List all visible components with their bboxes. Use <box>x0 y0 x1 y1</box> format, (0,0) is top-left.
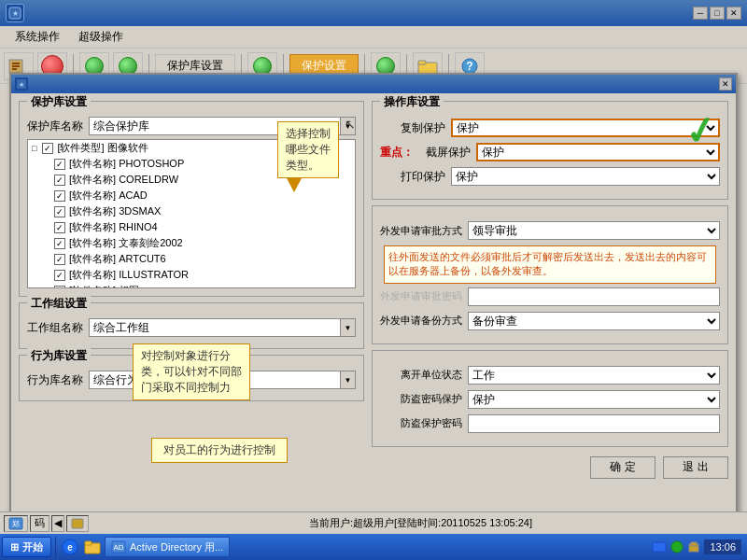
library-name-label: 保护库名称 <box>27 119 83 134</box>
taskbar: ⊞ 开始 e AD Active Directory 用... <box>0 534 747 560</box>
menu-system-ops[interactable]: 系统操作 <box>6 27 69 47</box>
svg-text:★: ★ <box>19 81 24 88</box>
wentai-label: [软件名称] 文泰刻绘2002 <box>69 236 183 250</box>
workgroup-dropdown-btn[interactable]: ▼ <box>341 318 356 337</box>
workgroup-name-wrapper: ▼ <box>89 318 356 337</box>
expand-icon[interactable]: □ <box>32 144 36 153</box>
menu-bar: 系统操作 超级操作 <box>0 26 747 49</box>
confirm-button[interactable]: 确 定 <box>590 456 655 479</box>
svg-rect-7 <box>418 61 426 64</box>
copy-protection-label: 复制保护 <box>380 120 445 136</box>
tree-item-root-label: [软件类型] 图像软件 <box>57 141 148 155</box>
status-bar: 郑 码 ◀ 当前用户:超级用户[登陆时间:20110525 13:05:24] <box>0 511 747 534</box>
wentai-checkbox[interactable]: ✓ <box>54 238 65 249</box>
active-directory-label: Active Directory 用... <box>130 540 223 554</box>
behavior-name-label: 行为库名称 <box>27 372 83 388</box>
theft-protection-select[interactable]: 保护 <box>468 390 720 409</box>
tree-item-rhino4: ✓ [软件名称] RHINO4 <box>28 219 355 235</box>
svg-rect-14 <box>72 519 83 528</box>
behavior-dropdown-btn[interactable]: ▼ <box>341 371 356 389</box>
inner-window: ★ ✕ 保护库设置 保护库名称 ▼ <box>9 73 738 547</box>
app-logo: ★ <box>6 4 24 22</box>
operation-settings-group: 操作库设置 ✓ 复制保护 保护 重点： 截屏保护 <box>372 101 728 200</box>
exit-button[interactable]: 退 出 <box>663 456 728 479</box>
svg-rect-3 <box>12 63 20 64</box>
svg-rect-24 <box>691 542 697 546</box>
approval-password-input[interactable] <box>468 287 720 306</box>
tray-icon-3 <box>687 540 700 553</box>
root-checkbox[interactable]: ✓ <box>42 143 53 154</box>
coreldrw-label: [软件名称] CORELDRW <box>69 173 178 187</box>
maximize-button[interactable]: □ <box>710 7 725 20</box>
svg-rect-21 <box>653 542 666 552</box>
annotation-select-type: 选择控制哪些文件类型。 <box>277 121 339 178</box>
svg-text:e: e <box>67 542 73 553</box>
operation-settings-title: 操作库设置 <box>380 94 444 110</box>
print-protection-row: 打印保护 保护 <box>380 167 720 186</box>
rhino4-checkbox[interactable]: ✓ <box>54 222 65 233</box>
other-settings-group: 离开单位状态 工作 防盗密码保护 保护 防盗保护密码 <box>372 350 728 447</box>
behavior-title: 行为库设置 <box>27 348 91 364</box>
outgoing-group: 外发申请审批方式 领导审批 往外面发送的文件必须审批后才可解密后发送出去，发送出… <box>372 205 728 344</box>
annotation-classify: 对控制对象进行分类，可以针对不同部门采取不同控制力 <box>133 343 250 400</box>
photo-label: [软件名称] 相图 <box>69 284 139 288</box>
status-icon-group: 郑 <box>4 515 28 532</box>
photoshop-checkbox[interactable]: ✓ <box>54 159 65 170</box>
artcut6-checkbox[interactable]: ✓ <box>54 254 65 265</box>
start-icon: ⊞ <box>10 541 19 553</box>
approval-password-row: 外发申请审批密码 <box>380 287 720 306</box>
print-protection-label: 打印保护 <box>380 169 445 185</box>
illustrator-checkbox[interactable]: ✓ <box>54 270 65 281</box>
svg-rect-18 <box>85 541 92 545</box>
status-icon-5 <box>71 518 84 529</box>
taskbar-folder-icon[interactable] <box>82 537 103 557</box>
status-user-info: 当前用户:超级用户[登陆时间:20110525 13:05:24] <box>98 516 743 530</box>
active-directory-icon: AD <box>111 540 126 553</box>
tray-icon-1 <box>652 540 667 553</box>
workgroup-name-input[interactable] <box>89 318 341 337</box>
tree-item-artcut6: ✓ [软件名称] ARTCUT6 <box>28 251 355 267</box>
inner-window-icon: ★ <box>15 77 28 91</box>
theft-protection-label: 防盗密码保护 <box>380 392 462 406</box>
photoshop-label: [软件名称] PHOTOSHOP <box>69 157 184 171</box>
start-button[interactable]: ⊞ 开始 <box>2 537 51 557</box>
theft-password-input[interactable] <box>468 414 720 433</box>
screenshot-protection-label: 截屏保护 <box>419 145 471 161</box>
backup-select[interactable]: 备份审查 <box>468 312 720 330</box>
screenshot-protection-select[interactable]: 保护 <box>476 143 720 161</box>
tree-item-photo: [软件名称] 相图 <box>28 283 355 288</box>
close-button[interactable]: ✕ <box>726 7 741 20</box>
status-icon-3[interactable]: ◀ <box>51 515 64 532</box>
taskbar-sep <box>55 537 56 557</box>
approval-select[interactable]: 领导审批 <box>468 221 720 240</box>
rhino4-label: [软件名称] RHINO4 <box>69 220 158 234</box>
offline-select[interactable]: 工作 <box>468 366 720 385</box>
status-icon-1: 郑 <box>8 517 23 530</box>
3dsmax-checkbox[interactable]: ✓ <box>54 206 65 217</box>
green-checkmark-decoration: ✓ <box>681 106 719 154</box>
copy-protection-select[interactable]: 保护 <box>451 119 720 137</box>
photo-checkbox[interactable] <box>54 286 65 289</box>
workgroup-row: 工作组名称 ▼ <box>27 318 356 337</box>
coreldrw-checkbox[interactable]: ✓ <box>54 175 65 186</box>
taskbar-active-directory-item[interactable]: AD Active Directory 用... <box>105 537 230 557</box>
copy-protection-row: 复制保护 保护 <box>380 119 720 137</box>
important-label: 重点： <box>380 145 414 161</box>
main-content: 保护库设置 保护库名称 ▼ ↖ □ <box>11 93 736 526</box>
svg-text:★: ★ <box>12 9 19 18</box>
window-controls[interactable]: ─ □ ✕ <box>693 7 741 20</box>
print-protection-select[interactable]: 保护 <box>451 167 720 186</box>
taskbar-ie-icon[interactable]: e <box>60 537 80 557</box>
minimize-button[interactable]: ─ <box>693 7 708 20</box>
inner-close-button[interactable]: ✕ <box>719 77 732 91</box>
approval-label: 外发申请审批方式 <box>380 224 462 238</box>
workgroup-name-label: 工作组名称 <box>27 320 83 336</box>
status-icon-2: 码 <box>35 516 45 530</box>
theft-password-row: 防盗保护密码 <box>380 414 720 433</box>
backup-label: 外发申请备份方式 <box>380 314 462 328</box>
right-panel: 操作库设置 ✓ 复制保护 保护 重点： 截屏保护 <box>372 101 728 519</box>
acad-checkbox[interactable]: ✓ <box>54 190 65 202</box>
approval-row: 外发申请审批方式 领导审批 <box>380 221 720 240</box>
svg-rect-5 <box>12 68 17 70</box>
menu-super-ops[interactable]: 超级操作 <box>69 27 133 47</box>
